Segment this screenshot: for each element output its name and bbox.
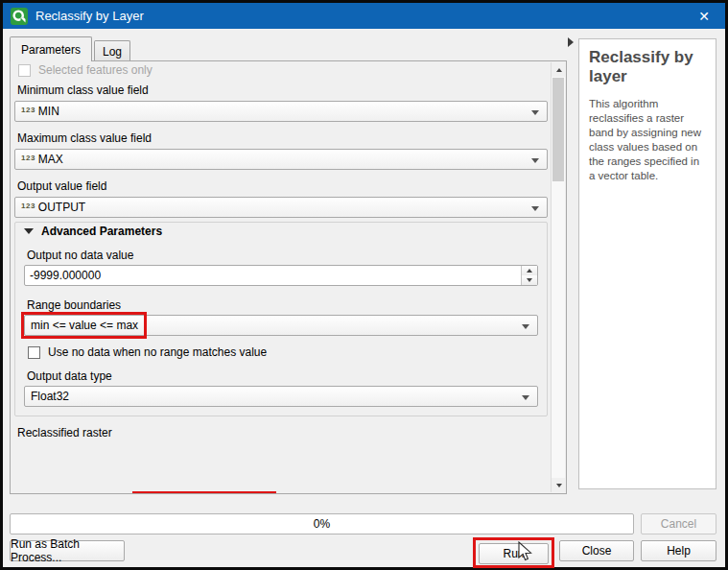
numeric-field-icon: 123 [21, 154, 35, 162]
path-highlight-box [132, 491, 276, 493]
chevron-down-icon [522, 395, 529, 400]
chevron-down-icon [531, 158, 539, 163]
tab-log[interactable]: Log [94, 40, 130, 61]
output-field-combobox[interactable]: 123 OUTPUT [14, 197, 548, 218]
mouse-cursor-icon [518, 541, 533, 562]
cancel-button: Cancel [641, 513, 716, 534]
output-field-value: OUTPUT [38, 201, 85, 214]
numeric-field-icon: 123 [21, 106, 35, 114]
collapse-triangle-icon [24, 228, 34, 234]
progress-bar: 0% [10, 513, 634, 534]
nodata-label: Output no data value [27, 249, 133, 262]
min-field-label: Minimum class value field [17, 83, 149, 97]
dtype-combobox[interactable]: Float32 [24, 386, 538, 407]
qgis-logo-icon [11, 8, 28, 25]
dialog-body: Reclassify by Layer ✕ Parameters Log Sel… [3, 3, 725, 567]
scroll-up-icon[interactable] [552, 62, 566, 77]
max-field-combobox[interactable]: 123 MAX [14, 149, 548, 170]
tab-parameters[interactable]: Parameters [10, 36, 92, 61]
help-button[interactable]: Help [641, 540, 716, 561]
min-field-value: MIN [38, 105, 59, 118]
range-boundaries-combobox[interactable]: min <= value <= max [24, 315, 538, 336]
spin-up-icon [527, 269, 532, 273]
run-as-batch-button[interactable]: Run as Batch Process... [10, 540, 125, 561]
panel-collapse-icon[interactable] [568, 37, 574, 47]
nodata-spinbox[interactable]: -9999.000000 [24, 265, 538, 286]
advanced-parameters-header[interactable]: Advanced Parameters [24, 225, 162, 238]
parameters-panel: Selected features only Minimum class val… [10, 60, 567, 494]
nodata-value: -9999.000000 [30, 269, 101, 282]
scrollbar-thumb[interactable] [552, 78, 564, 181]
titlebar[interactable]: Reclassify by Layer ✕ [3, 3, 725, 29]
use-nodata-checkbox-row[interactable]: Use no data when no range matches value [28, 345, 267, 359]
range-boundaries-label: Range boundaries [27, 298, 121, 312]
reclassified-raster-label: Reclassified raster [17, 426, 112, 439]
help-title: Reclassify by layer [589, 48, 706, 85]
output-field-label: Output value field [17, 179, 106, 193]
range-boundaries-value: min <= value <= max [31, 319, 138, 332]
selected-features-checkbox [18, 64, 31, 77]
chevron-down-icon [531, 206, 539, 211]
vertical-scrollbar[interactable] [551, 62, 565, 492]
use-nodata-checkbox[interactable] [28, 346, 40, 359]
close-icon[interactable]: ✕ [683, 3, 725, 29]
max-field-label: Maximum class value field [17, 131, 152, 145]
spinner-buttons[interactable] [521, 266, 537, 285]
help-description: This algorithm reclassifies a raster ban… [589, 97, 706, 183]
selected-features-label: Selected features only [38, 63, 153, 77]
reclassify-dialog-window: Reclassify by Layer ✕ Parameters Log Sel… [0, 0, 728, 570]
spin-down-icon [527, 278, 532, 282]
dtype-value: Float32 [31, 390, 69, 403]
max-field-value: MAX [38, 153, 63, 166]
selected-features-checkbox-row: Selected features only [18, 63, 153, 77]
window-title: Reclassify by Layer [35, 9, 144, 23]
chevron-down-icon [531, 110, 539, 115]
advanced-parameters-title: Advanced Parameters [41, 225, 162, 238]
help-panel: Reclassify by layer This algorithm recla… [578, 38, 716, 489]
numeric-field-icon: 123 [21, 202, 35, 210]
min-field-combobox[interactable]: 123 MIN [14, 101, 548, 122]
use-nodata-label: Use no data when no range matches value [48, 345, 267, 359]
scroll-down-icon[interactable] [552, 478, 566, 492]
run-highlight-box [473, 537, 554, 568]
chevron-down-icon [522, 324, 529, 329]
close-button[interactable]: Close [559, 540, 634, 561]
dtype-label: Output data type [27, 369, 112, 383]
